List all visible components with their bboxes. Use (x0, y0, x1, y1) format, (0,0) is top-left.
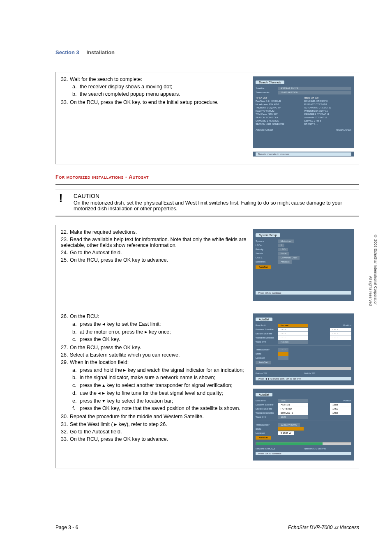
step-text: Select a Eastern satellite which you can… (70, 352, 180, 358)
step-number: 31. (61, 421, 70, 427)
caution-body: On the motorized dish, set the physical … (74, 200, 359, 212)
section-title: Installation (86, 49, 115, 55)
substep-label: b. (72, 375, 80, 380)
ss-tab: AutoSat (256, 393, 272, 396)
substep-text: the search completed popup menu appears. (80, 91, 180, 97)
substep-label: d. (72, 390, 80, 396)
step-text: Go to the Autosat field. (70, 429, 122, 435)
section-number: Section 3 (55, 49, 79, 55)
screenshot-autosat-2: AutoSat East limit1800Position Eastern S… (253, 389, 354, 461)
substep-label: f. (72, 405, 80, 411)
substep-text: press the OK key, note that the saved po… (80, 405, 240, 411)
step-list: 26.On the RCU: a.press the ◂ key to set … (61, 313, 247, 442)
substep-label: a. (72, 84, 80, 90)
step-text: Make the required selections. (70, 229, 137, 235)
substep-label: c. (72, 382, 80, 388)
substep-text: at the motor error, press the ▸ key once… (80, 329, 171, 335)
substep-label: c. (72, 336, 80, 342)
ss-tab: Search Channels (256, 81, 284, 84)
substep-text: the receiver display shows a moving dot; (80, 84, 172, 90)
screenshot-search-bar: Search channels in progress (253, 152, 354, 157)
copyright-side: © 2002 EchoStar International Corporatio… (368, 234, 378, 306)
substep-text: use the ◂ ▸ key to fine tune for the bes… (80, 390, 223, 396)
substep-text: press the ▴ key to select another transp… (80, 382, 233, 388)
step-text: Set the West limit ( ▸ key), refer to st… (70, 421, 167, 427)
screenshot-autosat-1: AutoSat East limitNot setPosition Easter… (253, 313, 354, 385)
ss-tab: AutoSat (256, 318, 272, 321)
ss-tab: System Setup (256, 233, 280, 237)
substep-label: b. (72, 91, 80, 97)
caution-icon: ! (55, 192, 66, 205)
step-text: Repeat the procedure for the middle and … (70, 414, 204, 419)
step-number: 25. (61, 257, 70, 263)
step-text: Wait for the search to complete: (70, 76, 142, 82)
screenshot-system-setup: System Setup SystemMotorized LNBs1 Prior… (253, 229, 354, 301)
step-number: 30. (61, 414, 70, 419)
step-number: 32. (61, 76, 70, 82)
step-number: 26. (61, 313, 70, 319)
step-text: On the RCU, press the OK key. to end the… (70, 99, 219, 105)
ss-button: AutoSat (256, 265, 271, 269)
step-text: Read the available help text for informa… (61, 237, 246, 248)
substep-label: a. (72, 367, 80, 373)
step-text: When in the location field: (70, 359, 129, 365)
instruction-box-2: 22.Make the required selections. 23.Read… (55, 225, 359, 468)
screenshot-search-channels: Search Channels SatelliteASTRA1 19.2°E T… (253, 76, 354, 148)
step-text: Go to the Autosat field. (70, 250, 122, 256)
step-number: 27. (61, 345, 70, 350)
substep-label: a. (72, 321, 80, 327)
step-number: 29. (61, 359, 70, 365)
page-number: Page 3 - 6 (55, 525, 78, 530)
step-number: 28. (61, 352, 70, 358)
step-number: 33. (61, 436, 70, 442)
step-number: 24. (61, 250, 70, 256)
step-text: On the RCU, press the OK key to advance. (70, 257, 168, 263)
substep-label: e. (72, 398, 80, 404)
step-number: 32. (61, 429, 70, 435)
page-footer: Page 3 - 6 EchoStar DVR-7000 ⇄ Viaccess (55, 525, 359, 530)
caution-title: CAUTION (74, 193, 359, 199)
substep-text: press the OK key. (80, 336, 120, 342)
substep-text: press and hold the ▸ key and watch the s… (80, 367, 244, 373)
step-list: 32.Wait for the search to complete: a.th… (61, 76, 247, 105)
substep-label: b. (72, 329, 80, 335)
step-text: On the RCU, press the OK key to advance. (70, 436, 168, 442)
subheading-autosat: For motorized installations - Autosat (55, 174, 359, 180)
substep-text: in the signal indicator, make sure a net… (80, 375, 215, 380)
caution-block: ! CAUTION On the motorized dish, set the… (55, 184, 359, 216)
page-header: Section 3 Installation (55, 49, 359, 55)
instruction-box-1: 32.Wait for the search to complete: a.th… (55, 72, 359, 164)
step-number: 33. (61, 99, 70, 105)
footer-model: EchoStar DVR-7000 ⇄ Viaccess (288, 525, 359, 530)
step-number: 22. (61, 229, 70, 235)
step-number: 23. (61, 237, 70, 242)
substep-text: press the ▾ key to select the location b… (80, 398, 173, 404)
substep-text: press the ◂ key to set the East limit; (80, 321, 161, 327)
step-text: On the RCU: (70, 313, 99, 319)
step-list: 22.Make the required selections. 23.Read… (61, 229, 247, 263)
step-text: On the RCU, press the OK key. (70, 345, 141, 350)
